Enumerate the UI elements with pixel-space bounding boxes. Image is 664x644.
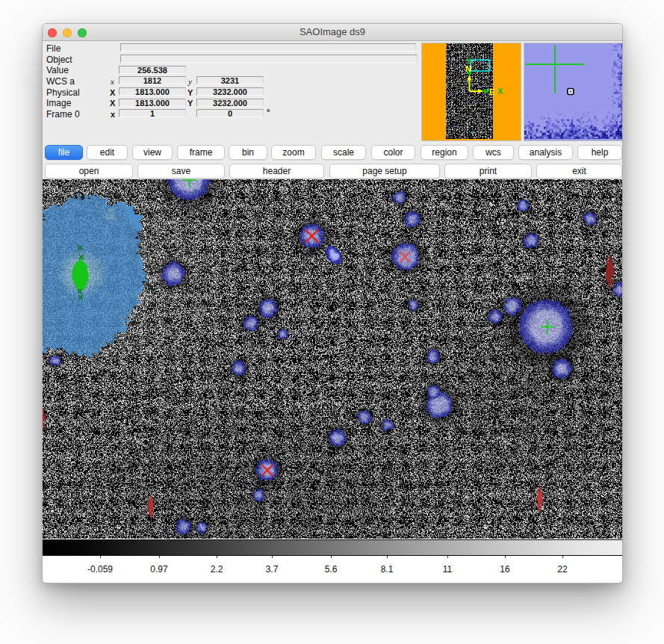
svg-text:X: X [497, 87, 503, 96]
svg-text:E: E [489, 87, 494, 96]
svg-text:N: N [465, 64, 471, 73]
